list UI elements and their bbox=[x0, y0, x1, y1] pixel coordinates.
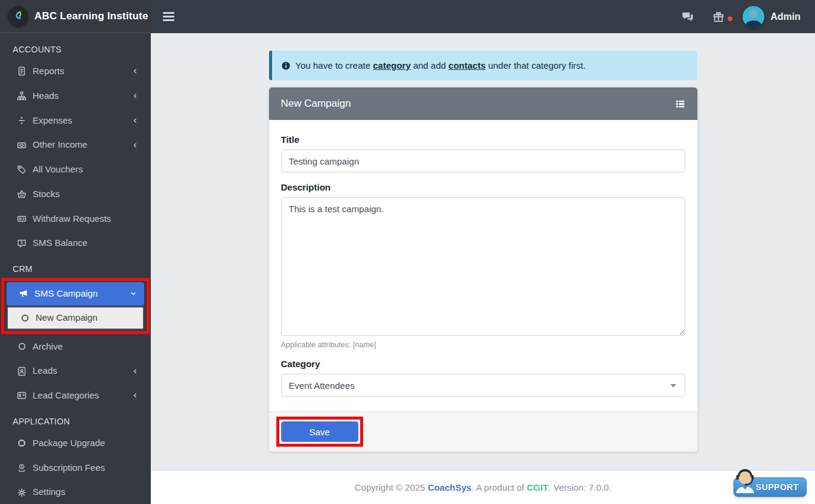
footer-text-segment: Copyright © 2025 bbox=[355, 482, 428, 493]
address-card-icon bbox=[16, 390, 27, 401]
sidebar: ACCOUNTS Reports Heads Expenses Other In… bbox=[0, 33, 151, 504]
user-menu-button[interactable]: Admin bbox=[743, 6, 801, 28]
sidebar-item-sms-balance[interactable]: $ SMS Balance bbox=[5, 232, 146, 255]
save-button[interactable]: Save bbox=[281, 421, 358, 442]
chevron-left-icon bbox=[132, 68, 139, 75]
sidebar-item-withdraw-requests[interactable]: Withdraw Requests bbox=[5, 207, 146, 231]
gear-icon bbox=[16, 487, 27, 498]
sidebar-item-label: Reports bbox=[33, 66, 65, 77]
microchip-icon bbox=[16, 438, 27, 449]
top-navbar: ABC Learning Institute bbox=[0, 0, 815, 33]
sidebar-item-sms-campaign[interactable]: SMS Campaign bbox=[7, 282, 144, 306]
support-widget[interactable]: SUPPORT bbox=[734, 477, 807, 497]
circle-icon bbox=[19, 312, 30, 323]
sidebar-item-label: Subscription Fees bbox=[33, 462, 105, 474]
contacts-link[interactable]: contacts bbox=[448, 60, 486, 71]
money-bill-icon bbox=[16, 140, 27, 151]
sidebar-item-label: Other Income bbox=[33, 139, 87, 151]
sidebar-item-lead-categories[interactable]: Lead Categories bbox=[5, 384, 146, 408]
sidebar-item-label: Leads bbox=[33, 365, 57, 377]
svg-text:$: $ bbox=[21, 241, 23, 245]
footer-text-segment: . A product of bbox=[471, 482, 527, 493]
sidebar-item-label: Package Upgrade bbox=[33, 438, 105, 449]
chevron-left-icon bbox=[132, 368, 139, 375]
title-label: Title bbox=[281, 134, 685, 145]
divide-icon bbox=[16, 115, 27, 126]
comments-icon bbox=[681, 11, 694, 23]
main-wrapper: You have to create category and add cont… bbox=[151, 0, 815, 504]
sidebar-item-new-campaign[interactable]: New Campaign bbox=[7, 306, 144, 330]
navbar-right: Admin bbox=[681, 0, 815, 33]
sitemap-icon bbox=[16, 90, 27, 101]
sidebar-item-leads[interactable]: Leads bbox=[5, 359, 146, 383]
description-label: Description bbox=[281, 182, 685, 192]
sidebar-item-stocks[interactable]: Stocks bbox=[5, 183, 146, 206]
comment-dollar-icon: $ bbox=[16, 238, 27, 249]
sidebar-item-all-vouchers[interactable]: All Vouchers bbox=[5, 158, 146, 181]
sidebar-item-package-upgrade[interactable]: Package Upgrade bbox=[5, 432, 146, 455]
card-title: New Campaign bbox=[281, 98, 351, 110]
cgit-link[interactable]: CGIT bbox=[527, 482, 548, 493]
annotation-red-box-sms-campaign: SMS Campaign New Campaign bbox=[1, 278, 150, 334]
category-select[interactable]: Event Attendees bbox=[281, 374, 685, 397]
file-invoice-icon bbox=[16, 66, 27, 77]
sidebar-item-label: Archive bbox=[33, 341, 63, 353]
chevron-down-icon bbox=[130, 290, 137, 297]
chevron-left-icon bbox=[132, 117, 139, 124]
category-link[interactable]: category bbox=[373, 60, 411, 71]
section-header-crm: CRM bbox=[0, 256, 151, 278]
card-header: New Campaign bbox=[269, 87, 697, 120]
sidebar-item-other-income[interactable]: Other Income bbox=[5, 133, 146, 157]
copyright-text: Copyright © 2025 CoachSys. A product of … bbox=[355, 482, 611, 493]
chat-messages-button[interactable] bbox=[681, 11, 694, 23]
user-name: Admin bbox=[770, 11, 801, 22]
category-label: Category bbox=[281, 359, 685, 369]
list-icon[interactable] bbox=[675, 99, 685, 109]
content-area: You have to create category and add cont… bbox=[151, 33, 815, 470]
chevron-left-icon bbox=[132, 392, 139, 399]
chevron-left-icon bbox=[132, 142, 139, 149]
support-agent-icon bbox=[732, 467, 758, 494]
sidebar-item-reports[interactable]: Reports bbox=[5, 60, 146, 83]
description-textarea[interactable]: This is a test campaign. bbox=[281, 197, 685, 336]
gift-notifications-button[interactable] bbox=[712, 11, 725, 23]
page-footer: Copyright © 2025 CoachSys. A product of … bbox=[151, 470, 815, 504]
annotation-red-box-save: Save bbox=[276, 417, 363, 447]
sidebar-item-expenses[interactable]: Expenses bbox=[5, 109, 146, 133]
section-header-application: APPLICATION bbox=[0, 409, 151, 430]
footer-text-segment: . Version: 7.0.0. bbox=[548, 482, 611, 493]
app-logo-icon bbox=[8, 6, 28, 27]
brand[interactable]: ABC Learning Institute bbox=[0, 0, 151, 33]
alert-text-segment: under that category first. bbox=[486, 60, 586, 71]
gift-icon bbox=[712, 11, 725, 23]
category-selected-value: Event Attendees bbox=[289, 380, 355, 391]
notification-dot bbox=[728, 16, 732, 21]
brand-title: ABC Learning Institute bbox=[34, 10, 148, 22]
sidebar-item-label: Stocks bbox=[33, 189, 60, 200]
dollar-badge-icon: $ bbox=[16, 462, 27, 473]
sidebar-item-label: Heads bbox=[33, 90, 59, 102]
alert-text-segment: and add bbox=[411, 60, 449, 71]
sidebar-item-archive[interactable]: Archive bbox=[5, 335, 146, 359]
sidebar-item-label: SMS Balance bbox=[33, 238, 87, 249]
tags-icon bbox=[16, 164, 27, 175]
section-header-accounts: ACCOUNTS bbox=[0, 37, 151, 58]
bullhorn-icon bbox=[18, 288, 29, 299]
sidebar-item-label: Expenses bbox=[33, 115, 72, 127]
sidebar-item-subscription-fees[interactable]: $ Subscription Fees bbox=[5, 456, 146, 480]
sidebar-toggle-button[interactable] bbox=[151, 0, 186, 33]
sidebar-item-label: SMS Campaign bbox=[34, 288, 98, 300]
circle-icon bbox=[16, 341, 27, 352]
sidebar-item-label: Settings bbox=[33, 487, 65, 498]
chevron-left-icon bbox=[132, 92, 139, 99]
attributes-hint: Applicable attributes: [name] bbox=[281, 341, 685, 349]
basket-icon bbox=[16, 189, 27, 200]
caret-down-icon bbox=[670, 384, 676, 388]
title-input[interactable] bbox=[281, 150, 685, 172]
alert-text-segment: You have to create bbox=[296, 60, 373, 71]
money-check-icon bbox=[16, 213, 27, 224]
coachsys-link[interactable]: CoachSys bbox=[428, 482, 472, 493]
sidebar-item-settings[interactable]: Settings bbox=[5, 480, 146, 504]
sidebar-item-label: All Vouchers bbox=[33, 164, 83, 175]
sidebar-item-heads[interactable]: Heads bbox=[5, 84, 146, 108]
